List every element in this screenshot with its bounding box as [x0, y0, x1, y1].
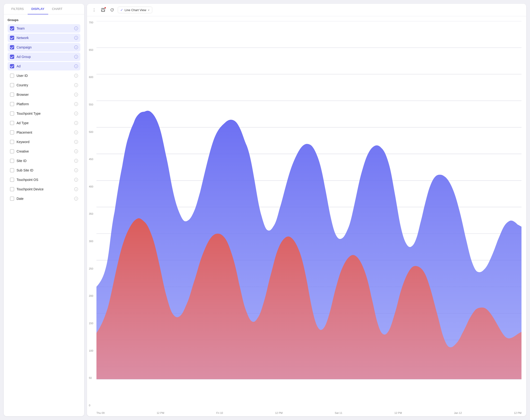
info-icon-user-id[interactable]: i: [74, 74, 78, 77]
line-chart: [96, 21, 521, 414]
app-container: FILTERS DISPLAY CHART Groups Team i Netw…: [4, 4, 526, 416]
label-date: Date: [16, 197, 72, 201]
x-label-12pm-2: 12 PM: [275, 411, 283, 414]
checkbox-creative[interactable]: [10, 149, 14, 153]
checkbox-browser[interactable]: [10, 92, 14, 97]
chart-view-label: Line Chart View: [125, 8, 146, 12]
checkbox-sub-site-id[interactable]: [10, 168, 14, 172]
info-icon-ad[interactable]: i: [74, 64, 78, 68]
x-label-12pm-3: 12 PM: [394, 411, 402, 414]
list-item-ad-group[interactable]: Ad Group i: [8, 53, 80, 61]
label-browser: Browser: [16, 93, 72, 96]
info-icon-date[interactable]: i: [74, 197, 78, 201]
info-icon-creative[interactable]: i: [74, 150, 78, 153]
label-keyword: Keyword: [16, 140, 72, 144]
list-item-creative[interactable]: Creative i: [8, 147, 80, 156]
label-team: Team: [16, 27, 72, 30]
checkbox-ad-group[interactable]: [10, 55, 14, 59]
info-icon-touchpoint-device[interactable]: i: [74, 187, 78, 191]
label-touchpoint-os: Touchpoint OS: [16, 178, 72, 182]
list-item-touchpoint-os[interactable]: Touchpoint OS i: [8, 176, 80, 184]
list-item-network[interactable]: Network i: [8, 34, 80, 42]
checkbox-ad[interactable]: [10, 64, 14, 68]
checkbox-network[interactable]: [10, 36, 14, 40]
tab-chart[interactable]: CHART: [48, 4, 66, 15]
checkbox-touchpoint-device[interactable]: [10, 187, 14, 191]
checkbox-campaign[interactable]: [10, 45, 14, 49]
info-icon-ad-group[interactable]: i: [74, 55, 78, 59]
info-icon-sub-site-id[interactable]: i: [74, 168, 78, 172]
info-icon-placement[interactable]: i: [74, 131, 78, 134]
label-platform: Platform: [16, 102, 72, 106]
x-label-sat: Sat 11: [335, 411, 342, 414]
refresh-icon[interactable]: [109, 7, 115, 13]
x-axis-labels: Thu 09 12 PM Fri 10 12 PM Sat 11 12 PM J…: [96, 411, 521, 414]
list-item-platform[interactable]: Platform i: [8, 100, 80, 108]
checkbox-keyword[interactable]: [10, 140, 14, 144]
info-icon-network[interactable]: i: [74, 36, 78, 40]
x-label-12pm-4: 12 PM: [514, 411, 521, 414]
label-touchpoint-type: Touchpoint Type: [16, 112, 72, 115]
x-label-jan12: Jan 12: [454, 411, 462, 414]
list-item-keyword[interactable]: Keyword i: [8, 138, 80, 146]
list-item-browser[interactable]: Browser i: [8, 90, 80, 99]
list-item-touchpoint-type[interactable]: Touchpoint Type i: [8, 109, 80, 118]
list-item-date[interactable]: Date i: [8, 195, 80, 203]
label-placement: Placement: [16, 131, 72, 134]
label-user-id: User ID: [16, 74, 72, 77]
list-item-user-id[interactable]: User ID i: [8, 71, 80, 80]
checkbox-user-id[interactable]: [10, 74, 14, 78]
chevron-down-icon: ∨: [148, 9, 150, 12]
right-panel: ⋮ ✓ Line Chart View ∨: [87, 4, 526, 416]
y-axis-labels: 700 650 600 550 500 450 400 350 300 250 …: [89, 21, 93, 407]
checkbox-touchpoint-os[interactable]: [10, 178, 14, 182]
checkbox-placement[interactable]: [10, 130, 14, 135]
label-ad: Ad: [16, 64, 72, 68]
info-icon-touchpoint-os[interactable]: i: [74, 178, 78, 182]
list-item-ad-type[interactable]: Ad Type i: [8, 119, 80, 127]
info-icon-country[interactable]: i: [74, 83, 78, 87]
info-icon-team[interactable]: i: [74, 27, 78, 30]
list-item-team[interactable]: Team i: [8, 24, 80, 33]
tab-display[interactable]: DISPLAY: [28, 4, 48, 15]
info-icon-browser[interactable]: i: [74, 93, 78, 96]
list-item-country[interactable]: Country i: [8, 81, 80, 90]
list-item-sub-site-id[interactable]: Sub Site ID i: [8, 166, 80, 175]
info-icon-touchpoint-type[interactable]: i: [74, 112, 78, 115]
save-icon[interactable]: [100, 7, 106, 13]
left-panel: FILTERS DISPLAY CHART Groups Team i Netw…: [4, 4, 84, 416]
info-icon-keyword[interactable]: i: [74, 140, 78, 144]
svg-rect-1: [102, 8, 104, 9]
checkbox-site-id[interactable]: [10, 159, 14, 163]
svg-rect-2: [102, 10, 104, 11]
info-icon-campaign[interactable]: i: [74, 45, 78, 49]
label-sub-site-id: Sub Site ID: [16, 168, 72, 172]
chart-toolbar: ⋮ ✓ Line Chart View ∨: [87, 4, 526, 16]
list-item-ad[interactable]: Ad i: [8, 62, 80, 71]
checkbox-ad-type[interactable]: [10, 121, 14, 125]
list-item-placement[interactable]: Placement i: [8, 128, 80, 137]
label-country: Country: [16, 83, 72, 87]
label-site-id: Site ID: [16, 159, 72, 163]
chart-area: 700 650 600 550 500 450 400 350 300 250 …: [87, 16, 526, 416]
list-item-campaign[interactable]: Campaign i: [8, 43, 80, 52]
list-item-site-id[interactable]: Site ID i: [8, 157, 80, 165]
tab-filters[interactable]: FILTERS: [8, 4, 28, 15]
label-campaign: Campaign: [16, 45, 72, 49]
info-icon-platform[interactable]: i: [74, 102, 78, 106]
panel-body: Groups Team i Network i Campaign i Ad Gr…: [4, 15, 84, 416]
checkbox-platform[interactable]: [10, 102, 14, 106]
groups-label: Groups: [8, 18, 80, 22]
info-icon-site-id[interactable]: i: [74, 159, 78, 163]
checkbox-team[interactable]: [10, 26, 14, 30]
checkmark-icon: ✓: [120, 8, 123, 12]
checkbox-country[interactable]: [10, 83, 14, 87]
chart-view-button[interactable]: ✓ Line Chart View ∨: [118, 7, 152, 13]
more-options-icon[interactable]: ⋮: [91, 7, 97, 13]
checkbox-touchpoint-type[interactable]: [10, 111, 14, 116]
x-label-thu: Thu 09: [96, 411, 104, 414]
list-item-touchpoint-device[interactable]: Touchpoint Device i: [8, 185, 80, 194]
info-icon-ad-type[interactable]: i: [74, 121, 78, 125]
checkbox-date[interactable]: [10, 196, 14, 201]
label-network: Network: [16, 36, 72, 40]
